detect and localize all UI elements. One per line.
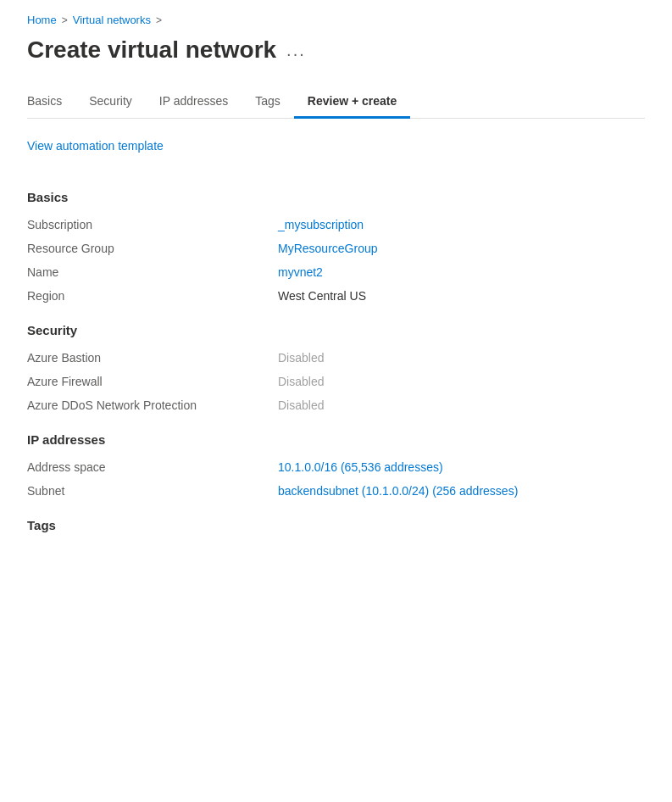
field-value-azure-ddos: Disabled xyxy=(278,398,324,412)
field-value-resource-group: MyResourceGroup xyxy=(278,242,378,255)
field-subscription: Subscription _mysubscription xyxy=(27,218,645,231)
tab-ip-addresses[interactable]: IP addresses xyxy=(146,87,242,119)
tab-security[interactable]: Security xyxy=(75,87,146,119)
automation-template-link[interactable]: View automation template xyxy=(27,139,164,153)
field-address-space: Address space 10.1.0.0/16 (65,536 addres… xyxy=(27,460,645,474)
field-label-resource-group: Resource Group xyxy=(27,242,264,255)
breadcrumb-separator-1: > xyxy=(62,14,68,26)
field-label-region: Region xyxy=(27,289,264,303)
section-security: Security Azure Bastion Disabled Azure Fi… xyxy=(27,323,645,412)
field-value-address-space: 10.1.0.0/16 (65,536 addresses) xyxy=(278,460,443,474)
field-label-name: Name xyxy=(27,265,264,279)
field-label-subscription: Subscription xyxy=(27,218,264,231)
field-label-azure-ddos: Azure DDoS Network Protection xyxy=(27,398,264,412)
field-value-azure-bastion: Disabled xyxy=(278,351,324,365)
security-section-title: Security xyxy=(27,323,645,337)
tags-section-title: Tags xyxy=(27,518,645,532)
field-azure-bastion: Azure Bastion Disabled xyxy=(27,351,645,365)
tabs-container: Basics Security IP addresses Tags Review… xyxy=(27,87,645,119)
section-basics: Basics Subscription _mysubscription Reso… xyxy=(27,190,645,303)
field-label-azure-bastion: Azure Bastion xyxy=(27,351,264,365)
page-title: Create virtual network xyxy=(27,36,276,64)
field-label-azure-firewall: Azure Firewall xyxy=(27,375,264,388)
field-azure-firewall: Azure Firewall Disabled xyxy=(27,375,645,388)
breadcrumb-separator-2: > xyxy=(156,14,162,26)
section-tags: Tags xyxy=(27,518,645,532)
tab-review-create[interactable]: Review + create xyxy=(294,87,410,119)
field-value-name: myvnet2 xyxy=(278,265,323,279)
field-value-region: West Central US xyxy=(278,289,366,303)
tab-basics[interactable]: Basics xyxy=(27,87,75,119)
field-region: Region West Central US xyxy=(27,289,645,303)
field-name: Name myvnet2 xyxy=(27,265,645,279)
breadcrumb-home[interactable]: Home xyxy=(27,14,57,26)
field-azure-ddos: Azure DDoS Network Protection Disabled xyxy=(27,398,645,412)
field-label-address-space: Address space xyxy=(27,460,264,474)
field-value-subnet: backendsubnet (10.1.0.0/24) (256 address… xyxy=(278,484,518,498)
field-value-subscription: _mysubscription xyxy=(278,218,364,231)
page-title-row: Create virtual network ... xyxy=(27,36,645,64)
breadcrumb-virtual-networks[interactable]: Virtual networks xyxy=(73,14,151,26)
ip-addresses-section-title: IP addresses xyxy=(27,432,645,447)
section-ip-addresses: IP addresses Address space 10.1.0.0/16 (… xyxy=(27,432,645,498)
more-options-icon[interactable]: ... xyxy=(286,41,306,60)
breadcrumb: Home > Virtual networks > xyxy=(27,14,645,26)
field-resource-group: Resource Group MyResourceGroup xyxy=(27,242,645,255)
field-subnet: Subnet backendsubnet (10.1.0.0/24) (256 … xyxy=(27,484,645,498)
basics-section-title: Basics xyxy=(27,190,645,204)
page-container: Home > Virtual networks > Create virtual… xyxy=(0,0,672,580)
field-value-azure-firewall: Disabled xyxy=(278,375,324,388)
field-label-subnet: Subnet xyxy=(27,484,264,498)
tab-tags[interactable]: Tags xyxy=(242,87,294,119)
